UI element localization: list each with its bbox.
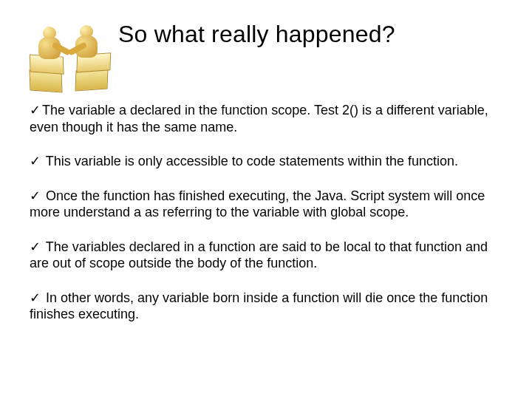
check-icon: ✓	[30, 239, 41, 254]
bullet-text: Once the function has finished executing…	[30, 188, 485, 220]
check-icon: ✓	[30, 103, 41, 117]
bullet-text: The variable a declared in the function …	[30, 103, 488, 134]
header: So what really happened?	[0, 0, 532, 95]
check-icon: ✓	[30, 290, 41, 305]
slide-title: So what really happened?	[118, 21, 395, 48]
bullet-item: ✓ In other words, any variable born insi…	[30, 290, 502, 323]
bullet-text: This variable is only accessible to code…	[42, 154, 458, 168]
check-icon: ✓	[30, 188, 41, 203]
bullet-text: The variables declared in a function are…	[30, 239, 488, 271]
bullet-item: ✓ This variable is only accessible to co…	[30, 153, 502, 170]
bullet-item: ✓ The variables declared in a function a…	[30, 239, 502, 272]
bullet-item: ✓The variable a declared in the function…	[30, 102, 502, 135]
bullet-item: ✓ Once the function has finished executi…	[30, 188, 502, 221]
slide: So what really happened? ✓The variable a…	[0, 0, 532, 399]
check-icon: ✓	[30, 154, 41, 168]
gold-figures-illustration	[30, 13, 111, 95]
slide-body: ✓The variable a declared in the function…	[0, 95, 532, 323]
bullet-text: In other words, any variable born inside…	[30, 290, 488, 322]
